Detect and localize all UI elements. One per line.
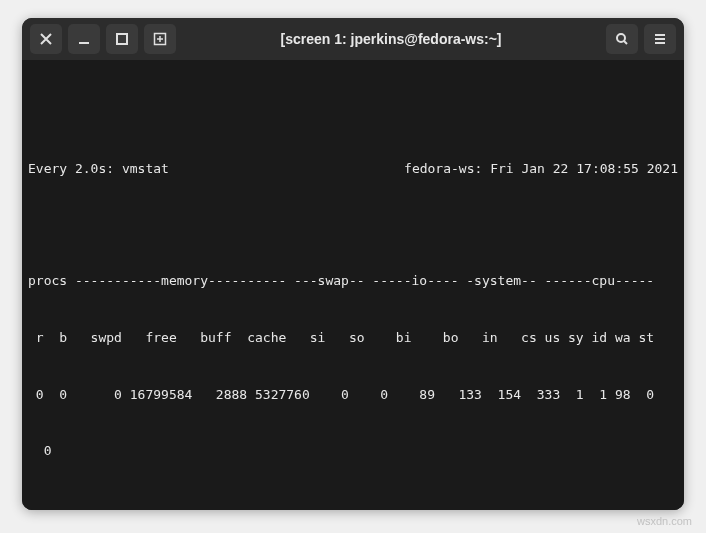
new-tab-icon	[153, 32, 167, 46]
vmstat-header-cols: r b swpd free buff cache si so bi bo in …	[28, 329, 678, 348]
search-button[interactable]	[606, 24, 638, 54]
search-icon	[615, 32, 629, 46]
terminal-window: [screen 1: jperkins@fedora-ws:~] Every 2…	[22, 18, 684, 510]
svg-rect-0	[79, 42, 89, 44]
maximize-icon	[115, 32, 129, 46]
close-button[interactable]	[30, 24, 62, 54]
maximize-button[interactable]	[106, 24, 138, 54]
vmstat-row-wrap: 0	[28, 442, 678, 461]
watch-header: Every 2.0s: vmstat fedora-ws: Fri Jan 22…	[28, 160, 678, 179]
watch-interval: Every 2.0s: vmstat	[28, 160, 169, 179]
minimize-button[interactable]	[68, 24, 100, 54]
menu-button[interactable]	[644, 24, 676, 54]
close-icon	[39, 32, 53, 46]
titlebar: [screen 1: jperkins@fedora-ws:~]	[22, 18, 684, 60]
svg-rect-1	[117, 34, 127, 44]
watermark: wsxdn.com	[637, 515, 692, 527]
watch-timestamp: fedora-ws: Fri Jan 22 17:08:55 2021	[404, 160, 678, 179]
minimize-icon	[77, 32, 91, 46]
pane-0-content: Every 2.0s: vmstat fedora-ws: Fri Jan 22…	[22, 117, 684, 510]
window-title: [screen 1: jperkins@fedora-ws:~]	[182, 31, 600, 47]
vmstat-row: 0 0 0 16799584 2888 5327760 0 0 89 133 1…	[28, 386, 678, 405]
new-tab-button[interactable]	[144, 24, 176, 54]
vmstat-output: procs -----------memory---------- ---swa…	[28, 235, 678, 499]
svg-point-3	[617, 34, 625, 42]
hamburger-icon	[653, 32, 667, 46]
vmstat-header-groups: procs -----------memory---------- ---swa…	[28, 272, 678, 291]
terminal-body[interactable]: Every 2.0s: vmstat fedora-ws: Fri Jan 22…	[22, 60, 684, 510]
